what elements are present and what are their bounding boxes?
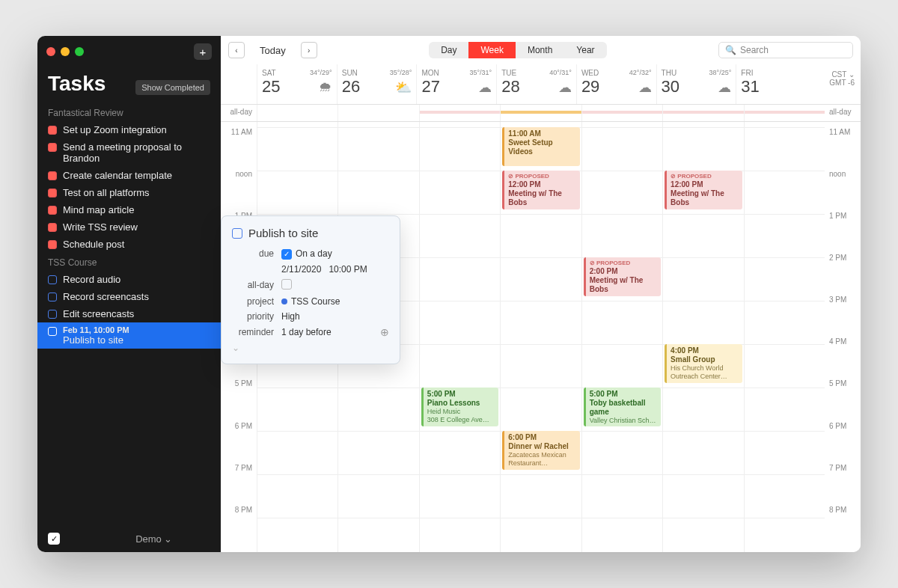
all-day-cell[interactable] [500, 105, 581, 121]
calendar-event[interactable]: ⊘ PROPOSED12:00 PMMeeting w/ The Bobs [665, 171, 742, 209]
task-checkbox[interactable] [48, 143, 57, 152]
day-column[interactable]: 11:00 AMSweet Setup Videos⊘ PROPOSED12:0… [500, 122, 581, 552]
task-row[interactable]: Test on all platforms [37, 184, 221, 201]
day-header[interactable]: THU3038°/25°☁ [656, 64, 736, 104]
task-row[interactable]: Write TSS review [37, 218, 221, 236]
day-column[interactable] [744, 122, 825, 552]
allday-checkbox[interactable] [281, 279, 292, 290]
reminder-field[interactable]: 1 day before [281, 327, 332, 337]
minimize-window-button[interactable] [61, 47, 70, 56]
time-gutter-right: 11 AMnoon1 PM2 PM3 PM4 PM5 PM6 PM7 PM8 P… [825, 122, 861, 552]
due-on-a-day-checkbox[interactable]: ✓On a day [281, 248, 389, 260]
all-day-cell[interactable] [419, 105, 500, 121]
show-completed-button[interactable]: Show Completed [135, 80, 210, 95]
next-button[interactable]: › [301, 42, 317, 58]
time-label: 1 PM [825, 212, 861, 254]
view-week[interactable]: Week [468, 42, 515, 58]
calendar-event[interactable]: 5:00 PMToby basketball gameValley Christ… [584, 388, 661, 426]
all-day-cell[interactable] [257, 105, 337, 121]
expand-popover-button[interactable]: ⌄ [232, 343, 389, 353]
all-day-label-right: all-day [825, 105, 861, 121]
view-month[interactable]: Month [516, 42, 564, 58]
task-row[interactable]: Schedule post [37, 236, 221, 253]
calendar-event[interactable]: 11:00 AMSweet Setup Videos [502, 127, 579, 166]
calendar-event[interactable]: 5:00 PMPiano LessonsHeid Music308 E Coll… [421, 388, 498, 426]
task-checkbox[interactable] [48, 240, 57, 249]
task-row[interactable]: Feb 11, 10:00 PMPublish to site [37, 322, 221, 349]
allday-label: all-day [232, 280, 274, 290]
sidebar-title: Tasks [48, 72, 106, 96]
time-label: 7 PM [825, 464, 861, 506]
task-row[interactable]: Record audio [37, 271, 221, 288]
day-column[interactable]: 5:00 PMPiano LessonsHeid Music308 E Coll… [419, 122, 500, 552]
project-field[interactable]: TSS Course [281, 296, 389, 307]
task-checkbox[interactable] [48, 189, 57, 197]
tasks-mode-icon[interactable]: ✓ [48, 533, 60, 545]
all-day-cell[interactable] [662, 105, 743, 121]
task-checkbox[interactable] [48, 293, 57, 301]
task-title: Test on all platforms [63, 187, 150, 198]
task-section-label: TSS Course [37, 253, 221, 271]
all-day-cell[interactable] [581, 105, 662, 121]
time-label: 6 PM [221, 422, 257, 464]
calendar-event[interactable]: 6:00 PMDinner w/ RachelZacatecas Mexican… [502, 431, 579, 470]
day-header[interactable]: WED2942°/32°☁ [576, 64, 656, 104]
add-reminder-button[interactable]: ⊕ [380, 326, 389, 338]
day-header[interactable]: TUE2840°/31°☁ [496, 64, 576, 104]
task-checkbox[interactable] [48, 223, 57, 232]
task-checkbox[interactable] [48, 171, 57, 180]
task-checkbox[interactable] [48, 206, 57, 215]
proposed-badge: ⊘ PROPOSED [508, 173, 575, 180]
priority-field[interactable]: High [281, 311, 389, 322]
day-header[interactable]: MON2735°/31°☁ [416, 64, 496, 104]
close-window-button[interactable] [46, 47, 55, 56]
task-row[interactable]: Set up Zoom integration [37, 121, 221, 138]
calendar-main: ‹ Today › DayWeekMonthYear 🔍 Search SAT2… [221, 36, 861, 552]
search-input[interactable]: 🔍 Search [718, 42, 853, 58]
task-checkbox[interactable] [48, 126, 57, 135]
weather-icon: ☁ [469, 79, 492, 96]
timezone-label[interactable]: CST ⌄ GMT -6 [816, 64, 861, 104]
all-day-cell[interactable] [337, 105, 418, 121]
time-label: noon [221, 170, 257, 212]
task-row[interactable]: Send a meeting proposal to Brandon [37, 138, 221, 167]
prev-button[interactable]: ‹ [228, 42, 245, 58]
view-year[interactable]: Year [564, 42, 606, 58]
view-segmented-control: DayWeekMonthYear [429, 42, 606, 58]
day-column[interactable]: ⊘ PROPOSED2:00 PMMeeting w/ The Bobs5:00… [581, 122, 662, 552]
task-checkbox[interactable] [48, 275, 57, 284]
calendar-event[interactable]: 4:00 PMSmall GroupHis Church World Outre… [665, 344, 742, 383]
task-title: Publish to site [63, 334, 129, 346]
account-switcher[interactable]: Demo ⌄ [135, 533, 172, 545]
due-time-field[interactable]: 10:00 PM [329, 264, 367, 275]
time-label: 5 PM [825, 379, 861, 421]
priority-label: priority [232, 311, 274, 322]
calendar-event[interactable]: ⊘ PROPOSED2:00 PMMeeting w/ The Bobs [584, 257, 661, 296]
task-due-label: Feb 11, 10:00 PM [63, 325, 129, 334]
day-header[interactable]: SAT2534°/29°🌧 [257, 64, 337, 104]
time-label: noon [825, 170, 861, 212]
all-day-cell[interactable] [744, 105, 825, 121]
task-checkbox[interactable] [48, 327, 57, 336]
add-task-button[interactable]: + [194, 43, 212, 60]
day-column[interactable]: ⊘ PROPOSED12:00 PMMeeting w/ The Bobs4:0… [662, 122, 743, 552]
task-row[interactable]: Create calendar template [37, 167, 221, 184]
task-checkbox[interactable] [48, 310, 57, 319]
zoom-window-button[interactable] [75, 47, 84, 56]
task-row[interactable]: Mind map article [37, 201, 221, 218]
day-header[interactable]: SUN2635°/28°⛅ [337, 64, 417, 104]
task-checkbox[interactable] [232, 228, 242, 239]
sidebar-header: Tasks Show Completed [37, 67, 221, 103]
project-label: project [232, 296, 274, 307]
due-label: due [232, 248, 274, 259]
today-button[interactable]: Today [252, 43, 293, 58]
due-date-field[interactable]: 2/11/2020 [281, 264, 321, 275]
sidebar: + Tasks Show Completed Fantastical Revie… [37, 36, 221, 552]
calendar-event[interactable]: ⊘ PROPOSED12:00 PMMeeting w/ The Bobs [502, 171, 579, 209]
day-header[interactable]: FRI31 [736, 64, 816, 104]
view-day[interactable]: Day [429, 42, 468, 58]
time-label: 11 AM [825, 128, 861, 170]
task-row[interactable]: Edit screencasts [37, 305, 221, 322]
task-title: Write TSS review [63, 221, 138, 233]
task-row[interactable]: Record screencasts [37, 288, 221, 305]
